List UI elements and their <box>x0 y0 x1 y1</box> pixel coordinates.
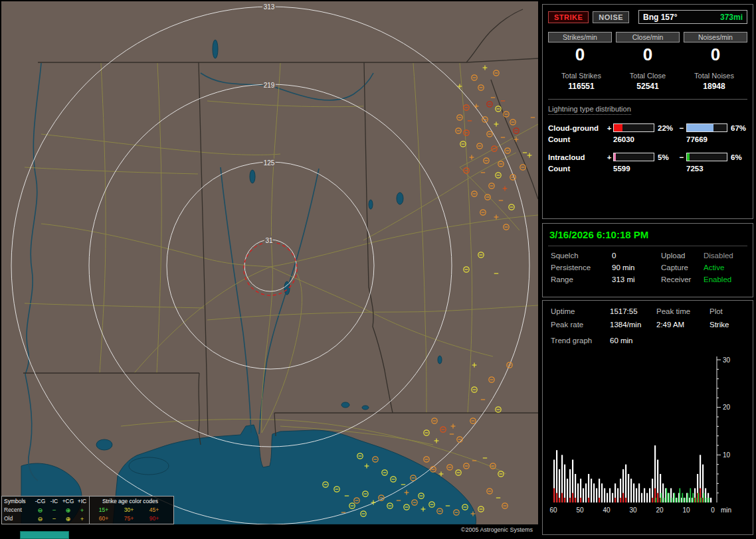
plus-sign: + <box>605 124 613 132</box>
close-per-min-value: 0 <box>616 44 680 65</box>
upload-value: Disabled <box>704 252 747 260</box>
svg-text:10: 10 <box>682 506 690 514</box>
ic-negative-pct: 6% <box>727 153 747 161</box>
plus-sign: + <box>605 153 613 161</box>
copyright-text: ©2005 Astrogenic Systems <box>461 526 533 533</box>
total-close: Total Close 52541 <box>614 72 681 91</box>
noises-per-min-counter: Noises/min 0 <box>684 32 747 65</box>
circle-minus-icon: ⊖ <box>33 514 47 523</box>
capture-label: Capture <box>661 264 704 271</box>
circle-plus-icon: ⊕ <box>61 506 75 514</box>
control-panel: STRIKE NOISE Bng 157° 373mi Strikes/min … <box>541 0 756 539</box>
strikes-per-min-value: 0 <box>548 44 612 65</box>
cg-positive-count: 26030 <box>613 135 654 143</box>
receiver-value: Enabled <box>704 275 747 283</box>
svg-text:60: 60 <box>549 506 557 514</box>
cloud-ground-row: Cloud-ground + 22% − 67% <box>548 123 747 132</box>
age-code-30: 30+ <box>116 506 142 514</box>
ring-label-313: 313 <box>264 3 275 11</box>
trend-graph-value: 60 min <box>610 337 747 345</box>
bearing-value: Bng 157° <box>643 13 677 22</box>
bearing-box: Bng 157° 373mi <box>638 10 747 24</box>
persistence-label: Persistence <box>551 264 612 271</box>
cg-negative-pct: 67% <box>727 124 747 132</box>
bearing-range: 373mi <box>720 13 743 22</box>
distribution-heading: Lightning type distribution <box>548 105 631 115</box>
legend-col-pos-cg: +CG <box>61 497 75 506</box>
circle-plus-icon: ⊕ <box>61 514 75 523</box>
trend-graph-label: Trend graph <box>551 337 610 345</box>
uptime-value: 1517:55 <box>610 307 656 315</box>
legend-row-recent-label: Recent <box>4 506 33 514</box>
svg-text:40: 40 <box>603 506 611 514</box>
peak-rate-label: Peak rate <box>551 321 610 329</box>
bottom-bar: ©2005 Astrogenic Systems <box>1 526 538 538</box>
stats-section: Uptime 1517:55 Peak time Plot Peak rate … <box>542 300 753 535</box>
cg-positive-pct: 22% <box>654 124 677 132</box>
upload-label: Upload <box>661 252 704 260</box>
ic-positive-pct: 5% <box>654 153 677 161</box>
minus-icon: − <box>47 506 61 514</box>
legend-col-neg-cg: -CG <box>33 497 47 506</box>
ic-negative-bar <box>686 153 727 161</box>
cg-positive-bar <box>613 123 654 132</box>
status-section: 3/16/2026 6:10:18 PM Squelch 0 Upload Di… <box>542 223 753 297</box>
lightning-map[interactable]: 313 219 125 31 Symbols -CG -IC +CG +IC R… <box>1 1 538 524</box>
plus-icon: + <box>75 506 89 514</box>
peak-time-label: Peak time <box>656 307 709 315</box>
legend-col-neg-ic: -IC <box>47 497 61 506</box>
svg-text:10: 10 <box>723 451 731 459</box>
total-strikes: Total Strikes 116551 <box>548 72 614 91</box>
map-background <box>1 1 538 524</box>
minus-sign: − <box>677 153 686 161</box>
noises-per-min-value: 0 <box>684 44 747 65</box>
datetime-display: 3/16/2026 6:10:18 PM <box>548 228 747 246</box>
svg-text:min: min <box>721 506 731 514</box>
svg-text:30: 30 <box>723 356 731 364</box>
ic-negative-count: 7253 <box>686 165 727 173</box>
plus-icon: + <box>75 514 89 523</box>
ic-positive-bar <box>613 153 654 161</box>
svg-text:50: 50 <box>576 506 584 514</box>
ring-label-31: 31 <box>265 237 273 244</box>
age-code-90: 90+ <box>142 514 167 523</box>
age-code-75: 75+ <box>116 514 142 523</box>
total-noises: Total Noises 18948 <box>681 72 747 91</box>
cg-negative-bar <box>686 123 727 132</box>
capture-value: Active <box>704 264 747 271</box>
squelch-value: 0 <box>612 252 661 260</box>
stats-table: Uptime 1517:55 Peak time Plot Peak rate … <box>548 307 747 329</box>
peak-time-value: 2:49 AM <box>656 321 709 329</box>
svg-text:20: 20 <box>656 506 664 514</box>
persistence-value: 90 min <box>612 264 661 271</box>
svg-text:0: 0 <box>711 506 715 514</box>
legend-age-title: Strike age color codes <box>91 497 169 506</box>
app-window: 313 219 125 31 Symbols -CG -IC +CG +IC R… <box>0 0 756 539</box>
uptime-label: Uptime <box>551 307 610 315</box>
minus-sign: − <box>677 124 686 132</box>
minus-icon: − <box>47 514 61 523</box>
ring-label-125: 125 <box>264 159 275 167</box>
divider <box>548 99 747 100</box>
noise-button[interactable]: NOISE <box>593 11 629 23</box>
legend-row-old-label: Old <box>4 514 33 523</box>
status-indicator[interactable] <box>20 531 69 539</box>
legend-col-pos-ic: +IC <box>75 497 89 506</box>
circle-minus-icon: ⊖ <box>33 506 47 514</box>
ring-label-219: 219 <box>264 82 275 89</box>
age-code-60: 60+ <box>91 514 116 523</box>
plot-label: Plot <box>709 307 747 315</box>
ic-positive-count: 5599 <box>613 165 654 173</box>
strike-button[interactable]: STRIKE <box>548 11 589 23</box>
strikes-per-min-counter: Strikes/min 0 <box>548 32 612 65</box>
intracloud-count-row: Count 5599 7253 <box>548 165 747 173</box>
peak-rate-value: 1384/min <box>610 321 656 329</box>
range-label: Range <box>551 275 612 283</box>
trend-graph-setting: Trend graph 60 min <box>548 337 747 345</box>
range-value: 313 mi <box>612 275 661 283</box>
receiver-label: Receiver <box>661 275 704 283</box>
cloud-ground-count-row: Count 26030 77669 <box>548 135 747 143</box>
svg-text:30: 30 <box>629 506 637 514</box>
intracloud-row: Intracloud + 5% − 6% <box>548 153 747 161</box>
plot-value: Strike <box>709 321 747 329</box>
